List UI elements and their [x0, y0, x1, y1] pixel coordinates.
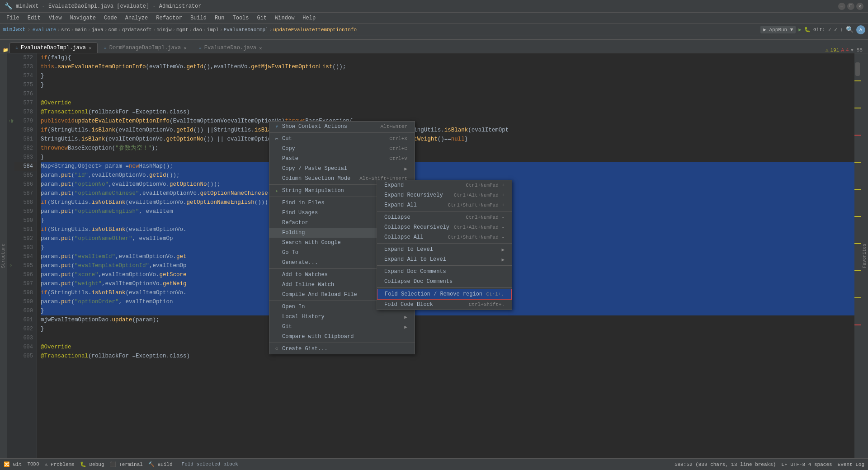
- status-build[interactable]: 🔨 Build: [148, 461, 173, 467]
- bc-evaluate[interactable]: evaluate: [33, 27, 57, 33]
- status-position: 588:52 (839 chars, 13 line breaks): [675, 462, 776, 467]
- status-problems[interactable]: ⚠ Problems: [45, 461, 75, 467]
- ctx-cut[interactable]: ✂ Cut Ctrl+X: [269, 134, 415, 144]
- fold-expand-all[interactable]: Expand All Ctrl+Shift+NumPad +: [377, 200, 512, 210]
- status-event-log[interactable]: Event Log: [838, 462, 864, 467]
- bc-method[interactable]: updateEvaluateItemOptionInfo: [273, 27, 357, 33]
- ctx-show-context-actions[interactable]: ⚡ Show Context Actions Alt+Enter: [269, 122, 415, 132]
- fold-expand-recursively[interactable]: Expand Recursively Ctrl+Alt+NumPad +: [377, 190, 512, 200]
- tab-close-btn[interactable]: ✕: [89, 45, 92, 51]
- fold-sep3: [377, 265, 512, 266]
- fold-expand-all-shortcut: Ctrl+Shift+NumPad +: [448, 202, 505, 208]
- apprun-btn[interactable]: ▶ AppRun ▼: [760, 26, 796, 33]
- menu-file[interactable]: File: [3, 14, 23, 22]
- tab-evaluate-dao-impl[interactable]: ☕ EvaluateDaoImpl.java ✕: [9, 42, 98, 53]
- line-num-573: 573: [14, 62, 37, 71]
- status-git[interactable]: 🔀 Git: [4, 461, 22, 467]
- ctx-arrow-copy-paste-special: ▶: [404, 166, 407, 172]
- menu-bar: File Edit View Navigate Code Analyze Ref…: [0, 13, 868, 24]
- bc-impl[interactable]: impl: [207, 27, 219, 33]
- fold-code-block-shortcut: Ctrl+Shift+.: [469, 302, 505, 307]
- line-numbers: 572 573 574 575 576 577 578 579 580 581 …: [14, 53, 37, 458]
- line-num-603: 603: [14, 334, 37, 343]
- search-icon[interactable]: 🔍: [846, 26, 854, 33]
- tab-dorm-manage-dao-impl[interactable]: ☕ DormManageDaoImpl.java ✕: [98, 42, 193, 53]
- bc-class[interactable]: EvaluateDaoImpl: [224, 27, 269, 33]
- code-line-579: public void updateEvaluateItemOptionInfo…: [41, 117, 854, 126]
- bc-qzdatasoft[interactable]: qzdatasoft: [122, 27, 152, 33]
- fold-collapse-recursively[interactable]: Collapse Recursively Ctrl+Alt+NumPad -: [377, 222, 512, 232]
- bc-mgmt[interactable]: mgmt: [176, 27, 188, 33]
- code-line-604: @Override: [41, 343, 854, 352]
- ctx-create-gist[interactable]: ○ Create Gist...: [269, 344, 415, 354]
- status-todo[interactable]: TODO: [27, 461, 39, 467]
- fold-collapse-doc-comments[interactable]: Collapse Doc Comments: [377, 277, 512, 287]
- bc-java[interactable]: java: [91, 27, 103, 33]
- fold-expand[interactable]: Expand Ctrl+NumPad +: [377, 180, 512, 190]
- menu-refactor[interactable]: Refactor: [152, 14, 186, 22]
- ctx-label-find: Find in Files: [282, 200, 325, 206]
- bc-src[interactable]: src: [61, 27, 70, 33]
- fold-expand-all-to-level[interactable]: Expand All to Level ▶: [377, 254, 512, 264]
- code-line-601: mjwEvalItemOptionDao.update(param);: [41, 315, 854, 324]
- menu-code[interactable]: Code: [100, 14, 121, 22]
- ctx-copy-paste-special[interactable]: Copy / Paste Special ▶: [269, 164, 415, 174]
- menu-build[interactable]: Build: [187, 14, 210, 22]
- fold-collapse-all[interactable]: Collapse All Ctrl+Shift+NumPad -: [377, 232, 512, 242]
- minimize-button[interactable]: —: [838, 3, 845, 10]
- ctx-label-refactor: Refactor: [282, 220, 308, 226]
- menu-tools[interactable]: Tools: [229, 14, 253, 22]
- tab-evaluate-dao[interactable]: ☕ EvaluateDao.java ✕: [193, 42, 268, 53]
- menu-navigate[interactable]: Navigate: [66, 14, 99, 22]
- ctx-copy[interactable]: Copy Ctrl+C: [269, 144, 415, 154]
- menu-edit[interactable]: Edit: [24, 14, 44, 22]
- tab-close-btn2[interactable]: ✕: [184, 45, 187, 51]
- menu-help[interactable]: Help: [299, 14, 319, 22]
- menu-view[interactable]: View: [45, 14, 66, 22]
- menu-window[interactable]: Window: [271, 14, 298, 22]
- fold-collapse-recursively-shortcut: Ctrl+Alt+NumPad -: [454, 225, 505, 230]
- tab-close-btn3[interactable]: ✕: [259, 45, 262, 51]
- code-line-605: @Transactional(rollbackFor = Exception.c…: [41, 352, 854, 361]
- menu-run[interactable]: Run: [211, 14, 228, 22]
- bc-com[interactable]: com: [108, 27, 118, 33]
- fold-expand-doc-comments[interactable]: Expand Doc Comments: [377, 267, 512, 277]
- code-line-573: this.saveEvaluateItemOptionInfo(evalItem…: [41, 62, 854, 71]
- ctx-compare-clipboard[interactable]: Compare with Clipboard: [269, 332, 415, 342]
- line-num-600: 600: [14, 306, 37, 315]
- fold-sep2: [377, 243, 512, 244]
- close-button[interactable]: ✕: [856, 3, 863, 10]
- debug-icon[interactable]: 🐛: [804, 27, 811, 33]
- ctx-label-copy: Copy: [282, 146, 295, 152]
- ctx-label-folding: Folding: [282, 230, 305, 236]
- bc-main[interactable]: main: [75, 27, 86, 33]
- maximize-button[interactable]: □: [847, 3, 854, 10]
- ctx-paste[interactable]: Paste Ctrl+V: [269, 154, 415, 164]
- tab-icon3: ☕: [199, 45, 202, 51]
- menu-analyze[interactable]: Analyze: [122, 14, 151, 22]
- run-icon[interactable]: ▶: [798, 27, 802, 33]
- fold-code-block-label: Fold Code Block: [384, 301, 433, 308]
- status-debug[interactable]: 🐛 Debug: [80, 461, 104, 467]
- status-right: 588:52 (839 chars, 13 line breaks) LF UT…: [675, 462, 864, 467]
- line-num-590: 590: [14, 216, 37, 225]
- ctx-sep1: [269, 132, 415, 133]
- right-gutter: [854, 53, 861, 458]
- bc-minjw[interactable]: minjw: [157, 27, 172, 33]
- fold-collapse[interactable]: Collapse Ctrl+NumPad -: [377, 212, 512, 222]
- ctx-arrow-git: ▶: [404, 324, 407, 330]
- fold-selection-remove-region-label: Fold Selection / Remove region: [385, 291, 482, 297]
- fold-collapse-all-shortcut: Ctrl+Shift+NumPad -: [448, 235, 505, 240]
- menu-git[interactable]: Git: [254, 14, 271, 22]
- ctx-label-paste: Paste: [282, 155, 298, 162]
- ctx-git[interactable]: Git ▶: [269, 322, 415, 332]
- bc-dao[interactable]: dao: [193, 27, 202, 33]
- fold-expand-to-level-arrow: ▶: [501, 247, 505, 253]
- status-terminal[interactable]: ⬛ Terminal: [110, 461, 143, 467]
- ctx-label-search-google: Search with Google: [282, 240, 341, 246]
- ctx-local-history[interactable]: Local History ▶: [269, 312, 415, 322]
- fold-selection-remove-region[interactable]: Fold Selection / Remove region Ctrl+.: [377, 289, 512, 300]
- fold-expand-to-level[interactable]: Expand to Level ▶: [377, 244, 512, 254]
- fold-code-block[interactable]: Fold Code Block Ctrl+Shift+.: [377, 300, 512, 310]
- git-status: Git: ✓ ✓ ↑: [813, 27, 843, 33]
